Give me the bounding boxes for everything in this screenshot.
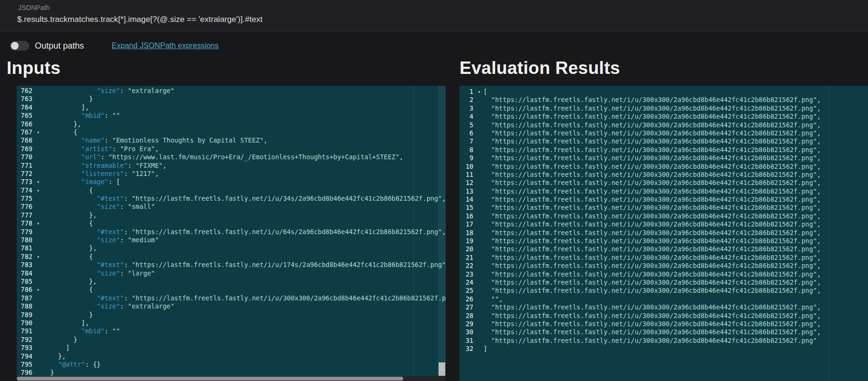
fold-gutter-spacer (476, 312, 482, 320)
code-text: "https://lastfm.freetls.fastly.net/i/u/3… (482, 154, 868, 162)
line-number: 778 (17, 219, 35, 227)
code-line: 9 "https://lastfm.freetls.fastly.net/i/u… (460, 154, 868, 162)
horizontal-scrollbar-thumb[interactable] (17, 377, 403, 381)
code-text: "artist": "Pro Era", (42, 145, 446, 153)
line-number: 785 (17, 278, 35, 286)
output-paths-toggle[interactable] (10, 41, 29, 51)
fold-gutter-spacer (476, 113, 482, 121)
code-text: "https://lastfm.freetls.fastly.net/i/u/3… (482, 237, 868, 245)
line-number: 791 (17, 327, 35, 335)
code-text: "streamable": "FIXME", (42, 162, 446, 170)
code-line: 25 "https://lastfm.freetls.fastly.net/i/… (460, 287, 868, 295)
code-line: 16 "https://lastfm.freetls.fastly.net/i/… (460, 212, 868, 220)
code-line: 775 "#text": "https://lastfm.freetls.fas… (17, 195, 446, 203)
code-text: "https://lastfm.freetls.fastly.net/i/u/3… (482, 113, 868, 121)
fold-toggle-icon[interactable]: ▾ (35, 286, 42, 294)
code-line: 788 "size": "extralarge" (17, 302, 446, 310)
code-line: 773▾ "image": [ (17, 178, 446, 186)
code-text: "https://lastfm.freetls.fastly.net/i/u/3… (482, 204, 868, 212)
code-line: 766 }, (17, 120, 446, 128)
fold-gutter-spacer (476, 129, 482, 137)
fold-toggle-icon[interactable]: ▾ (35, 128, 42, 136)
vertical-scrollbar[interactable] (438, 86, 446, 381)
fold-gutter-spacer (35, 311, 42, 319)
fold-gutter-spacer (35, 103, 42, 112)
code-line: 31 "https://lastfm.freetls.fastly.net/i/… (460, 337, 868, 345)
line-number: 770 (17, 153, 35, 161)
vertical-scrollbar-thumb[interactable] (439, 362, 445, 376)
fold-gutter-spacer (476, 179, 482, 187)
code-line: 19 "https://lastfm.freetls.fastly.net/i/… (460, 237, 868, 245)
jsonpath-query-input[interactable] (17, 13, 847, 26)
code-text: "https://lastfm.freetls.fastly.net/i/u/3… (482, 262, 868, 270)
code-text: "", (482, 295, 868, 303)
fold-gutter-spacer (35, 269, 42, 278)
line-number: 20 (460, 245, 476, 253)
code-text: ], (42, 319, 446, 327)
code-line: 783 "#text": "https://lastfm.freetls.fas… (17, 261, 446, 269)
fold-gutter-spacer (35, 336, 42, 344)
line-number: 782 (17, 253, 35, 261)
fold-gutter-spacer (35, 95, 42, 103)
code-text: "mbid": "" (42, 112, 446, 120)
expand-jsonpath-link[interactable]: Expand JSONPath expressions (112, 41, 219, 50)
fold-gutter-spacer (476, 154, 482, 162)
code-text: "listeners": "1217", (42, 170, 446, 178)
code-text: "https://lastfm.freetls.fastly.net/i/u/3… (482, 270, 868, 278)
line-number: 16 (460, 212, 476, 220)
fold-gutter-spacer (476, 287, 482, 295)
fold-gutter-spacer (35, 360, 42, 369)
code-line: 13 "https://lastfm.freetls.fastly.net/i/… (460, 187, 868, 196)
fold-gutter-spacer (35, 136, 42, 144)
fold-toggle-icon[interactable]: ▾ (476, 88, 482, 96)
code-text: "https://lastfm.freetls.fastly.net/i/u/3… (482, 278, 868, 287)
fold-gutter-spacer (476, 237, 482, 245)
code-text: ], (42, 103, 446, 112)
code-text: }, (42, 352, 446, 360)
fold-gutter-spacer (35, 344, 42, 352)
line-number: 3 (460, 104, 476, 113)
line-number: 766 (17, 120, 35, 128)
fold-gutter-spacer (476, 196, 482, 204)
fold-gutter-spacer (476, 146, 482, 154)
fold-gutter-spacer (476, 328, 482, 336)
line-number: 777 (17, 211, 35, 219)
code-line: 791 "mbid": "" (17, 327, 446, 335)
code-line: 762 "size": "extralarge" (17, 87, 446, 95)
fold-gutter-spacer (476, 104, 482, 113)
line-number: 21 (460, 254, 476, 262)
line-number: 781 (17, 244, 35, 252)
code-line: 23 "https://lastfm.freetls.fastly.net/i/… (460, 270, 868, 278)
fold-toggle-icon[interactable]: ▾ (35, 219, 42, 227)
line-number: 30 (460, 328, 476, 336)
code-line: 770 "url": "https://www.last.fm/music/Pr… (17, 153, 446, 161)
fold-gutter-spacer (35, 352, 42, 360)
code-text: "https://lastfm.freetls.fastly.net/i/u/3… (482, 328, 868, 336)
toggle-knob-icon (11, 42, 19, 50)
horizontal-scrollbar[interactable] (17, 376, 446, 381)
line-number: 767 (17, 128, 35, 136)
fold-gutter-spacer (476, 163, 482, 171)
line-number: 763 (17, 95, 35, 103)
code-text: } (42, 95, 446, 103)
code-line: 795 "@attr": {} (17, 360, 446, 369)
fold-toggle-icon[interactable]: ▾ (35, 186, 42, 195)
output-paths-label: Output paths (35, 41, 84, 51)
line-number: 780 (17, 236, 35, 244)
code-line: 794 }, (17, 352, 446, 360)
code-line: 18 "https://lastfm.freetls.fastly.net/i/… (460, 229, 868, 237)
fold-toggle-icon[interactable]: ▾ (35, 253, 42, 261)
inputs-json-editor[interactable]: 762 "size": "extralarge"763 }764 ],765 "… (17, 86, 446, 381)
code-line: 7 "https://lastfm.freetls.fastly.net/i/u… (460, 137, 868, 145)
fold-gutter-spacer (35, 162, 42, 170)
line-number: 787 (17, 294, 35, 302)
code-line: 5 "https://lastfm.freetls.fastly.net/i/u… (460, 121, 868, 129)
evaluation-results-viewer[interactable]: 1▾[2 "https://lastfm.freetls.fastly.net/… (460, 86, 868, 381)
fold-gutter-spacer (476, 270, 482, 278)
line-number: 776 (17, 203, 35, 211)
fold-gutter-spacer (35, 302, 42, 310)
line-number: 22 (460, 262, 476, 270)
code-text: "#text": "https://lastfm.freetls.fastly.… (42, 261, 446, 269)
fold-toggle-icon[interactable]: ▾ (35, 178, 42, 186)
jsonpath-query-label: JSONPath (18, 4, 50, 11)
